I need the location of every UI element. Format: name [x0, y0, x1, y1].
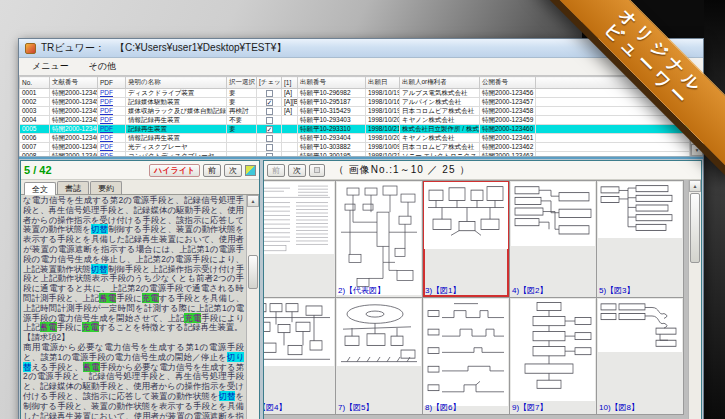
cell-doc-number: 特開2000-123460: [50, 125, 98, 134]
cell-publication-number: 特開2000-123461: [480, 134, 536, 143]
pdf-link[interactable]: PDF: [100, 98, 113, 105]
scroll-up-icon[interactable]: ▲: [247, 195, 259, 207]
pdf-link[interactable]: PDF: [100, 143, 113, 150]
highlight-button[interactable]: ハイライト: [149, 164, 200, 177]
cell-doc-number: 特開2000-123458: [50, 107, 98, 116]
view-mode-button[interactable]: [309, 164, 325, 177]
cell-pdf: PDF: [98, 134, 126, 143]
highlight-color-icon[interactable]: [245, 165, 256, 176]
row-checkbox[interactable]: ✓: [266, 126, 273, 133]
prev-images-button[interactable]: 前: [267, 164, 285, 177]
image-scroll-thumb[interactable]: [690, 193, 700, 263]
cell-applicant: キヤノン株式会社: [400, 134, 480, 143]
pdf-link[interactable]: PDF: [100, 116, 113, 123]
scroll-down-icon[interactable]: ▼: [691, 144, 703, 156]
highlighted-term: 蓄電: [40, 322, 57, 332]
thumbnail-cell[interactable]: 4)【図2】: [510, 181, 596, 297]
tr-viewer-window: TRビュワー： 【C:¥Users¥user1¥Desktop¥TEST¥】 メ…: [18, 38, 704, 419]
thumbnail-cell[interactable]: 6)【図4】: [264, 298, 335, 414]
column-header[interactable]: 公開番号: [480, 77, 536, 89]
thumbnail-cell[interactable]: 3)【図1】: [423, 181, 509, 297]
column-header[interactable]: 出願日: [366, 77, 400, 89]
cell-no: 0004: [20, 116, 50, 125]
row-checkbox[interactable]: [266, 117, 273, 124]
pdf-link[interactable]: PDF: [100, 107, 113, 114]
column-header[interactable]: No.: [20, 77, 50, 89]
table-row[interactable]: 0008 特開2000-123463 PDF コンパクトディスクプレーヤ 特願平…: [20, 152, 690, 158]
thumbnail-cell[interactable]: 10)【図8】: [597, 298, 683, 414]
cell-flag: [282, 143, 298, 152]
thumbnail-image: [264, 299, 334, 366]
thumbnail-cell[interactable]: 2)【代表図】: [336, 181, 422, 297]
pdf-link[interactable]: PDF: [100, 134, 113, 141]
cell-flag: [A]: [282, 107, 298, 116]
prev-doc-button[interactable]: 前: [203, 164, 221, 177]
column-header[interactable]: [1]: [282, 77, 298, 89]
thumbnail-label: 3)【図1】: [425, 285, 461, 296]
cell-publication-number: 特開2000-123462: [480, 143, 536, 152]
text-scroll-thumb[interactable]: [248, 255, 258, 289]
thumbnail-cell[interactable]: [264, 181, 335, 297]
column-header[interactable]: 択一選択: [227, 77, 257, 89]
column-header[interactable]: 文献番号: [50, 77, 98, 89]
row-checkbox[interactable]: [266, 144, 273, 151]
cell-check: [257, 89, 282, 98]
cell-pdf: PDF: [98, 89, 126, 98]
pdf-link[interactable]: PDF: [100, 152, 113, 157]
highlighted-term: 切替: [91, 224, 108, 234]
column-header[interactable]: 出願人or権利者: [400, 77, 480, 89]
doc-table-body: 0001 特開2000-123456 PDF ディスクドライブ装置 要 [A] …: [20, 89, 690, 158]
thumbnail-label: 5)【図3】: [599, 285, 635, 296]
document-text: な電力信号を生成する第2の電源手段と、記録信号処理手段と、再生信号処理手段と、記…: [21, 195, 246, 419]
cell-doc-number: 特開2000-123459: [50, 116, 98, 125]
cell-pdf: PDF: [98, 125, 126, 134]
pdf-link[interactable]: PDF: [100, 125, 113, 132]
column-header[interactable]: 出願番号: [298, 77, 366, 89]
cell-applicant: アルパイン株式会社: [400, 98, 480, 107]
cell-applicant: キヤノン株式会社: [400, 116, 480, 125]
column-header[interactable]: 発明の名称: [126, 77, 227, 89]
table-row[interactable]: 0001 特開2000-123456 PDF ディスクドライブ装置 要 [A] …: [20, 89, 690, 98]
table-row[interactable]: 0005 特開2000-123460 PDF 記録再生装置 要 ✓ 特願平10-…: [20, 125, 690, 134]
cell-filler: [536, 152, 690, 158]
image-pane: 前 次 （ 画像No.:1～10 ／ 25 ） 2)【代表図】3)【図1】4)【…: [263, 160, 702, 419]
table-row[interactable]: 0002 特開2000-123457 PDF 記録媒体駆動装置 要 ✓ [A][…: [20, 98, 690, 107]
menu-item-others[interactable]: その他: [80, 58, 125, 75]
tab-biblio[interactable]: 書誌: [57, 181, 89, 194]
highlighted-term: 充電: [82, 322, 99, 332]
row-checkbox[interactable]: [266, 153, 273, 157]
text-pane: 5 / 42 ハイライト 前 次 全文 書誌 要約 な電力信号を生成する第2の電…: [20, 160, 260, 419]
pdf-link[interactable]: PDF: [100, 89, 113, 96]
table-row[interactable]: 0003 特開2000-123458 PDF 媒体収納ラック及び媒体自動記録再.…: [20, 107, 690, 116]
thumbnail-cell[interactable]: 8)【図6】: [423, 298, 509, 414]
tab-fulltext[interactable]: 全文: [24, 182, 56, 195]
cell-no: 0001: [20, 89, 50, 98]
cell-selection: 要: [227, 89, 257, 98]
text-scrollbar[interactable]: ▲ ▼: [246, 195, 259, 419]
cell-application-date: 1998/10/19: [366, 89, 400, 98]
table-row[interactable]: 0004 特開2000-123459 PDF 情報記録再生装置 不要 特願平10…: [20, 116, 690, 125]
column-header[interactable]: PDF: [98, 77, 126, 89]
thumbnail-cell[interactable]: 5)【図3】: [597, 181, 683, 297]
row-checkbox[interactable]: [266, 108, 273, 115]
thumbnail-cell[interactable]: 7)【図5】: [336, 298, 422, 414]
tab-abstract[interactable]: 要約: [90, 181, 122, 194]
cell-selection: 不要: [227, 116, 257, 125]
next-images-button[interactable]: 次: [288, 164, 306, 177]
cell-flag: [282, 152, 298, 158]
row-checkbox[interactable]: [266, 90, 273, 97]
row-checkbox[interactable]: [266, 135, 273, 142]
cell-filler: [536, 107, 690, 116]
table-row[interactable]: 0006 特開2000-123461 PDF 情報記録再生装置 特願平10-29…: [20, 134, 690, 143]
scroll-up-icon[interactable]: ▲: [689, 180, 701, 192]
thumbnail-cell[interactable]: 9)【図7】: [510, 298, 596, 414]
cell-pdf: PDF: [98, 98, 126, 107]
next-doc-button[interactable]: 次: [224, 164, 242, 177]
table-row[interactable]: 0007 特開2000-123462 PDF 光ディスクプレーヤ 特願平10-3…: [20, 143, 690, 152]
row-checkbox[interactable]: ✓: [266, 99, 273, 106]
column-header[interactable]: [チェック1]: [257, 77, 282, 89]
menu-item-menu[interactable]: メニュー: [23, 58, 78, 75]
cell-application-number: 特願平10-295187: [298, 98, 366, 107]
image-scrollbar[interactable]: ▲ ▼: [688, 180, 701, 419]
cell-flag: [282, 125, 298, 134]
